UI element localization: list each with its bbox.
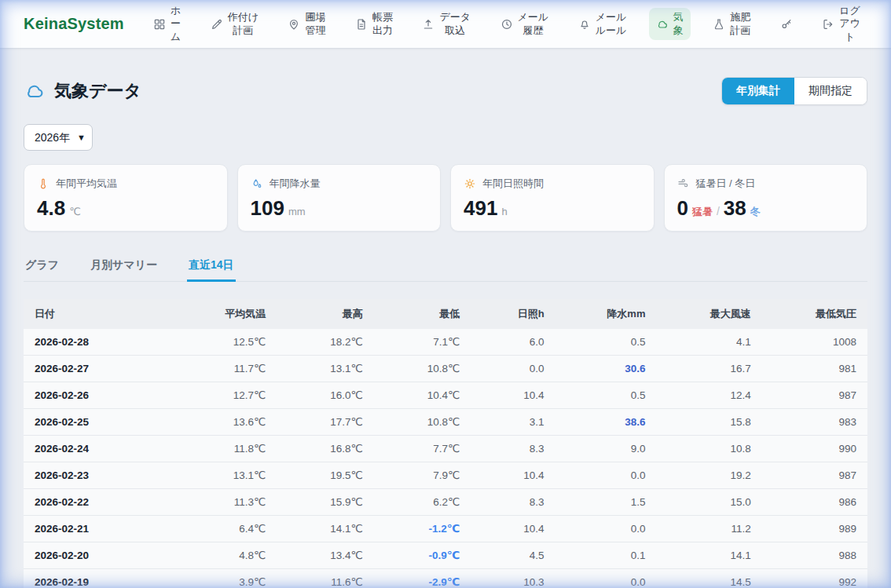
document-icon — [355, 18, 368, 31]
nav-item-mail-history[interactable]: メール 履歴 — [493, 8, 556, 40]
cell-max: 16.0℃ — [277, 382, 374, 409]
yearly-summary-button[interactable]: 年別集計 — [722, 78, 794, 104]
brand-logo[interactable]: KeinaSystem — [24, 15, 124, 33]
history-icon — [500, 18, 513, 31]
cell-rain: 30.6 — [556, 356, 657, 382]
hot-days-label: 猛暑 — [692, 205, 713, 219]
table-row: 2026-02-2313.1℃19.5℃7.9℃10.40.019.2987 — [24, 462, 867, 489]
cell-sun: 10.4 — [471, 516, 555, 542]
cell-sun: 10.4 — [471, 382, 555, 409]
main-content: 気象データ 年別集計 期間指定 2026年 ▼ — [0, 77, 891, 588]
cell-wind: 15.0 — [656, 489, 761, 516]
nav-item-fertilization-plan[interactable]: 施肥 計画 — [706, 8, 757, 40]
cell-pressure: 989 — [762, 516, 867, 542]
cell-avg: 11.8℃ — [167, 436, 277, 462]
cell-rain: 0.0 — [556, 569, 657, 588]
nav-item-label: ログ アウ ト — [839, 5, 860, 43]
cell-date: 2026-02-22 — [24, 489, 167, 516]
cell-date: 2026-02-27 — [24, 356, 167, 382]
cell-rain: 0.0 — [556, 516, 657, 542]
nav-item-home[interactable]: ホ ー ム — [146, 2, 188, 46]
upload-icon — [422, 18, 434, 31]
nav-item-label: メール 履歴 — [518, 11, 549, 37]
cell-min: 7.9℃ — [374, 462, 471, 489]
cell-date: 2026-02-21 — [24, 516, 167, 542]
cell-min: 10.8℃ — [374, 356, 471, 382]
tab-bar: グラフ月別サマリー直近14日 — [24, 250, 867, 282]
cell-sun: 0.0 — [471, 356, 555, 382]
cell-avg: 11.3℃ — [167, 489, 277, 516]
cell-avg: 11.7℃ — [167, 356, 277, 382]
cell-max: 13.4℃ — [277, 542, 374, 569]
nav-item-logout[interactable]: ログ アウ ト — [815, 2, 867, 46]
cell-wind: 12.4 — [656, 382, 761, 409]
tab-直近14日[interactable]: 直近14日 — [187, 250, 236, 282]
cell-sun: 6.0 — [471, 329, 555, 356]
tab-月別サマリー[interactable]: 月別サマリー — [89, 250, 159, 282]
nav-item-data-import[interactable]: データ 取込 — [415, 8, 478, 40]
cell-pressure: 1008 — [762, 329, 867, 356]
cell-max: 14.1℃ — [277, 516, 374, 542]
nav-item-planting-plan[interactable]: 作付け 計画 — [204, 8, 266, 40]
key-icon — [780, 18, 793, 31]
nav-item-label: 帳票 出力 — [372, 11, 393, 37]
nav-item-label: 施肥 計画 — [730, 11, 750, 37]
card-label: 猛暑日 / 冬日 — [696, 177, 756, 191]
year-select-wrap: 2026年 ▼ — [24, 124, 93, 151]
cell-sun: 4.5 — [471, 542, 555, 569]
cell-min: -2.9℃ — [374, 569, 471, 588]
nav-item-label: 作付け 計画 — [228, 11, 258, 37]
pencil-icon — [211, 18, 223, 31]
column-header: 日照h — [471, 299, 555, 329]
cell-max: 18.2℃ — [277, 329, 374, 356]
cell-max: 15.9℃ — [277, 489, 374, 516]
nav-item-field-management[interactable]: 圃場 管理 — [280, 8, 332, 40]
separator: / — [717, 205, 720, 217]
table-row: 2026-02-204.8℃13.4℃-0.9℃4.50.114.1988 — [24, 542, 867, 569]
cell-avg: 6.4℃ — [167, 516, 277, 542]
cell-min: -1.2℃ — [374, 516, 471, 542]
table-row: 2026-02-2513.6℃17.7℃10.8℃3.138.615.8983 — [24, 409, 867, 436]
nav-item-label: 気 象 — [673, 11, 684, 37]
cell-avg: 3.9℃ — [167, 569, 277, 588]
cell-wind: 4.1 — [656, 329, 761, 356]
cloud-icon — [656, 18, 669, 31]
cell-wind: 11.2 — [656, 516, 761, 542]
cell-date: 2026-02-28 — [24, 329, 167, 356]
nav-item-mail-rules[interactable]: メール ルール — [571, 8, 634, 40]
cell-avg: 13.1℃ — [167, 462, 277, 489]
nav-items: ホ ー ム作付け 計画圃場 管理帳票 出力データ 取込メール 履歴メール ルール… — [146, 2, 867, 46]
cell-rain: 0.5 — [556, 329, 657, 356]
period-select-button[interactable]: 期間指定 — [794, 78, 867, 104]
cell-pressure: 983 — [762, 409, 867, 436]
cell-pressure: 987 — [762, 382, 867, 409]
nav-item-weather[interactable]: 気 象 — [649, 8, 691, 40]
year-select[interactable]: 2026年 — [24, 124, 93, 151]
cell-date: 2026-02-19 — [24, 569, 167, 588]
cell-pressure: 988 — [762, 542, 867, 569]
cell-min: 7.1℃ — [374, 329, 471, 356]
card-unit: h — [501, 206, 507, 217]
tab-グラフ[interactable]: グラフ — [24, 250, 60, 282]
table-row: 2026-02-2711.7℃13.1℃10.8℃0.030.616.7981 — [24, 356, 867, 382]
wind-icon — [677, 177, 690, 190]
nav-item-key[interactable] — [773, 15, 800, 34]
table-header-row: 日付平均気温最高最低日照h降水mm最大風速最低気圧 — [24, 299, 867, 329]
cell-min: -0.9℃ — [374, 542, 471, 569]
column-header: 最低気圧 — [762, 299, 867, 329]
sun-icon — [464, 177, 476, 190]
cell-wind: 19.2 — [656, 462, 761, 489]
cell-wind: 14.5 — [656, 569, 761, 588]
cell-sun: 10.4 — [471, 462, 555, 489]
grid-icon — [153, 18, 166, 31]
cell-max: 11.6℃ — [277, 569, 374, 588]
cell-wind: 16.7 — [656, 356, 761, 382]
column-header: 平均気温 — [167, 299, 277, 329]
cloud-icon — [24, 80, 46, 102]
table-row: 2026-02-216.4℃14.1℃-1.2℃10.40.011.2989 — [24, 516, 867, 542]
droplets-icon — [251, 177, 263, 190]
cell-rain: 38.6 — [556, 409, 657, 436]
cell-rain: 1.5 — [556, 489, 657, 516]
nav-item-report-output[interactable]: 帳票 出力 — [348, 8, 400, 40]
table-row: 2026-02-2411.8℃16.8℃7.7℃8.39.010.8990 — [24, 436, 867, 462]
